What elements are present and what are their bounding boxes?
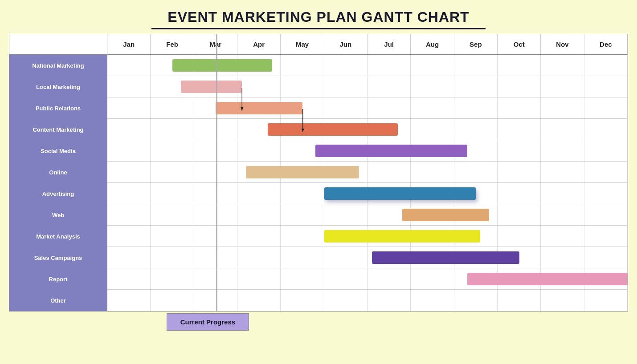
gantt-header: JanFebMarAprMayJunJulAugSepOctNovDec <box>9 34 628 55</box>
header-month-feb: Feb <box>151 34 194 54</box>
row-label-10: Report <box>9 268 107 290</box>
header-month-jun: Jun <box>324 34 368 54</box>
gantt-row-national-marketing: National Marketing <box>9 55 628 76</box>
header-month-jul: Jul <box>368 34 411 54</box>
row-label-5: Online <box>9 162 107 183</box>
header-empty <box>9 34 107 54</box>
gantt-row-online: Online <box>9 162 628 183</box>
row-label-0: National Marketing <box>9 55 107 76</box>
gantt-row-advertising: Advertising <box>9 183 628 204</box>
row-label-4: Social Media <box>9 140 107 162</box>
header-month-dec: Dec <box>584 34 628 54</box>
row-label-8: Market Analysis <box>9 226 107 247</box>
row-label-11: Other <box>9 290 107 311</box>
row-cells-10 <box>107 268 628 290</box>
gantt-row-content-marketing: Content Marketing <box>9 119 628 140</box>
row-cells-7 <box>107 204 628 226</box>
gantt-row-public-relations: Public Relations <box>9 97 628 119</box>
row-cells-3 <box>107 119 628 140</box>
row-cells-5 <box>107 162 628 183</box>
row-label-3: Content Marketing <box>9 119 107 140</box>
gantt-row-report: Report <box>9 268 628 290</box>
current-progress-label: Current Progress <box>167 313 249 331</box>
header-month-oct: Oct <box>498 34 541 54</box>
gantt-body: National MarketingLocal MarketingPublic … <box>9 55 628 311</box>
row-cells-0 <box>107 55 628 76</box>
row-cells-1 <box>107 76 628 97</box>
row-cells-2 <box>107 97 628 119</box>
row-cells-11 <box>107 290 628 311</box>
row-cells-4 <box>107 140 628 162</box>
row-label-9: Sales Campaigns <box>9 247 107 268</box>
row-label-1: Local Marketing <box>9 76 107 97</box>
gantt-row-other: Other <box>9 290 628 311</box>
gantt-row-social-media: Social Media <box>9 140 628 162</box>
row-label-2: Public Relations <box>9 97 107 119</box>
gantt-row-web: Web <box>9 204 628 226</box>
header-month-nov: Nov <box>541 34 584 54</box>
gantt-chart: JanFebMarAprMayJunJulAugSepOctNovDec Nat… <box>9 34 628 311</box>
row-cells-8 <box>107 226 628 247</box>
gantt-row-sales-campaigns: Sales Campaigns <box>9 247 628 268</box>
gantt-row-market-analysis: Market Analysis <box>9 226 628 247</box>
header-month-aug: Aug <box>411 34 454 54</box>
header-month-apr: Apr <box>237 34 281 54</box>
row-cells-9 <box>107 247 628 268</box>
footer-area: Current Progress <box>9 311 628 334</box>
row-cells-6 <box>107 183 628 204</box>
header-month-jan: Jan <box>107 34 151 54</box>
row-label-6: Advertising <box>9 183 107 204</box>
gantt-row-local-marketing: Local Marketing <box>9 76 628 97</box>
row-label-7: Web <box>9 204 107 226</box>
chart-title: EVENT MARKETING PLAN GANTT CHART <box>167 9 469 25</box>
header-month-may: May <box>281 34 324 54</box>
title-underline <box>151 28 486 29</box>
header-month-sep: Sep <box>454 34 498 54</box>
progress-line <box>216 34 217 311</box>
